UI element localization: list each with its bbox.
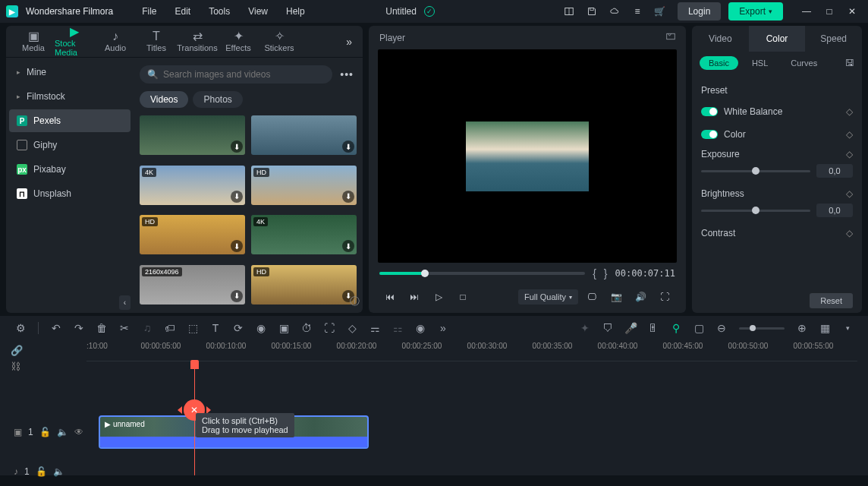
keyframe-icon[interactable]: ◇ (846, 129, 853, 140)
camera-icon[interactable]: 📷 (605, 287, 627, 307)
source-filmstock[interactable]: ▸Filmstock (9, 85, 131, 108)
mic-icon[interactable]: 🎤 (622, 320, 639, 336)
zoom-slider[interactable] (739, 327, 785, 330)
expand-toolbar-icon[interactable]: » (435, 320, 451, 336)
thumbnail[interactable]: 4K⬇ (140, 166, 245, 205)
keyframe-icon[interactable]: ◇ (846, 228, 853, 238)
download-icon[interactable]: ⬇ (231, 290, 243, 302)
link-icon[interactable]: 🔗 (11, 345, 23, 356)
text-icon[interactable]: T (207, 320, 224, 336)
exposure-slider[interactable] (701, 170, 810, 172)
zoom-out-icon[interactable]: ⊖ (713, 320, 730, 336)
thumbnail[interactable]: 4K⬇ (251, 215, 357, 254)
adjust-icon[interactable]: ⚎ (366, 320, 383, 336)
expand-tabs-icon[interactable]: » (343, 33, 355, 51)
crop-icon[interactable]: ⬚ (184, 320, 201, 336)
audio-icon[interactable]: ⚏ (389, 320, 406, 336)
filter-videos[interactable]: Videos (140, 91, 188, 108)
tag-icon[interactable]: 🏷 (162, 320, 178, 336)
tab-effects[interactable]: ✦Effects (219, 28, 258, 55)
progress-bar[interactable] (379, 272, 585, 275)
audio-track[interactable]: ♪ 1 🔓 🔈 (11, 454, 857, 486)
zoom-in-icon[interactable]: ⊕ (794, 320, 810, 336)
green-screen-icon[interactable]: ▣ (275, 320, 292, 336)
undo-icon[interactable]: ↶ (48, 320, 64, 336)
layout-icon[interactable] (559, 2, 579, 21)
color-icon[interactable]: ◉ (253, 320, 269, 336)
window-minimize-icon[interactable]: ― (797, 2, 816, 21)
redo-icon[interactable]: ↷ (71, 320, 87, 336)
mark-in-icon[interactable]: { (593, 267, 596, 279)
download-icon[interactable]: ⬇ (342, 191, 354, 203)
exposure-value[interactable]: 0,0 (816, 164, 853, 178)
tab-stickers[interactable]: ✧Stickers (259, 28, 299, 55)
quality-select[interactable]: Full Quality▾ (518, 289, 578, 305)
tab-transitions[interactable]: ⇄Transitions (178, 28, 217, 55)
snapshot-icon[interactable] (666, 32, 675, 43)
lock-icon[interactable]: 🔓 (39, 427, 51, 437)
fit-icon[interactable]: ⛶ (321, 320, 338, 336)
window-maximize-icon[interactable]: □ (819, 2, 839, 21)
subtab-basic[interactable]: Basic (700, 56, 738, 70)
tab-video[interactable]: Video (692, 26, 749, 52)
source-giphy[interactable]: Giphy (9, 134, 131, 156)
filter-photos[interactable]: Photos (193, 91, 242, 108)
save-icon[interactable] (582, 2, 602, 21)
menu-edit[interactable]: Edit (168, 3, 199, 20)
export-button[interactable]: Export▾ (728, 2, 783, 21)
stop-icon[interactable]: □ (452, 287, 473, 307)
mute-icon[interactable]: 🔈 (57, 427, 68, 437)
speed-icon[interactable]: ⟳ (230, 320, 247, 336)
tab-stock-media[interactable]: ▶Stock Media (55, 24, 94, 59)
list-icon[interactable]: ≡ (627, 2, 647, 21)
download-icon[interactable]: ⬇ (231, 240, 243, 252)
color-toggle[interactable] (701, 130, 718, 139)
next-frame-icon[interactable]: ⏭ (404, 287, 425, 307)
tab-audio[interactable]: ♪Audio (96, 28, 135, 55)
menu-file[interactable]: File (134, 3, 164, 20)
tab-media[interactable]: ▣Media (14, 28, 53, 55)
playhead[interactable]: ✕ (194, 361, 195, 475)
volume-icon[interactable]: 🔊 (630, 287, 651, 307)
record-icon[interactable]: ◉ (412, 320, 429, 336)
brightness-value[interactable]: 0,0 (816, 204, 853, 217)
display-icon[interactable]: 🖵 (581, 287, 602, 307)
download-icon[interactable]: ⬇ (342, 140, 354, 153)
view-dropdown-icon[interactable]: ▾ (839, 320, 856, 336)
keyframe-icon[interactable]: ◇ (846, 106, 853, 117)
source-pixabay[interactable]: pxPixabay (9, 158, 131, 181)
magnet-icon[interactable]: ⚲ (668, 320, 684, 336)
login-button[interactable]: Login (678, 2, 721, 21)
view-mode-icon[interactable]: ▦ (816, 320, 833, 336)
visibility-icon[interactable]: 👁 (74, 427, 83, 437)
play-icon[interactable]: ▷ (428, 287, 449, 307)
subtab-hsl[interactable]: HSL (743, 56, 777, 70)
save-preset-icon[interactable]: 🖫 (845, 58, 854, 68)
brightness-slider[interactable] (701, 210, 810, 212)
menu-help[interactable]: Help (278, 3, 313, 20)
thumbnail[interactable]: ⬇ (251, 115, 357, 155)
collapse-sidebar-button[interactable]: ‹ (119, 295, 131, 310)
duration-icon[interactable]: ⏱ (298, 320, 315, 336)
search-input[interactable] (163, 69, 325, 80)
shield-icon[interactable]: ⛉ (599, 320, 616, 336)
tab-speed[interactable]: Speed (805, 26, 862, 52)
lock-icon[interactable]: 🔓 (36, 466, 47, 477)
cart-icon[interactable]: 🛒 (650, 2, 670, 21)
reset-button[interactable]: Reset (810, 293, 853, 308)
more-options-icon[interactable]: ••• (337, 65, 357, 84)
mute-icon[interactable]: 🔈 (53, 466, 64, 477)
keyframe-icon[interactable]: ◇ (846, 188, 853, 199)
download-icon[interactable]: ⬇ (231, 191, 243, 203)
mark-out-icon[interactable]: } (604, 267, 608, 279)
source-mine[interactable]: ▸Mine (9, 61, 131, 84)
search-box[interactable]: 🔍 (140, 65, 332, 84)
tab-color[interactable]: Color (749, 26, 806, 52)
menu-view[interactable]: View (241, 3, 275, 20)
menu-tools[interactable]: Tools (201, 3, 237, 20)
source-pexels[interactable]: PPexels (9, 109, 131, 132)
download-icon[interactable]: ⬇ (342, 240, 354, 252)
tab-titles[interactable]: TTitles (137, 28, 176, 55)
video-track[interactable]: ▣ 1 🔓 🔈 👁 ▶unnamed (11, 415, 857, 450)
subtab-curves[interactable]: Curves (782, 56, 826, 70)
